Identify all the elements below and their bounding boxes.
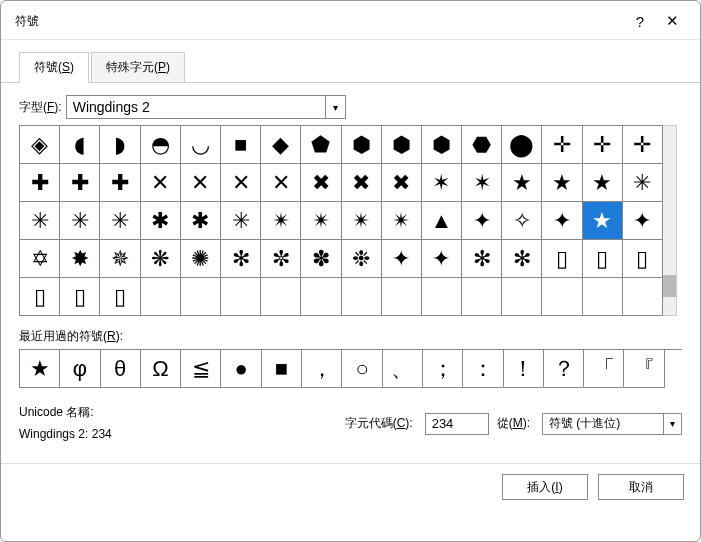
symbol-cell[interactable]: ✱ — [141, 202, 181, 240]
symbol-cell[interactable]: ▯ — [20, 278, 60, 316]
symbol-cell[interactable]: ✳ — [623, 164, 663, 202]
symbol-cell[interactable] — [342, 278, 382, 316]
recent-symbol-cell[interactable]: 「 — [584, 350, 624, 388]
symbol-cell[interactable]: ✽ — [301, 240, 341, 278]
symbol-cell[interactable]: ✳ — [100, 202, 140, 240]
recent-symbol-cell[interactable]: 、 — [383, 350, 423, 388]
chevron-down-icon[interactable]: ▾ — [325, 96, 345, 118]
symbol-cell[interactable]: ⬢ — [422, 126, 462, 164]
symbol-cell[interactable] — [623, 278, 663, 316]
recent-symbol-cell[interactable]: ， — [302, 350, 342, 388]
symbol-cell[interactable]: ✶ — [462, 164, 502, 202]
symbol-cell[interactable]: ✻ — [221, 240, 261, 278]
recent-symbol-cell[interactable]: ○ — [342, 350, 382, 388]
symbol-cell[interactable]: ✡ — [20, 240, 60, 278]
symbol-cell[interactable]: ✕ — [261, 164, 301, 202]
symbol-cell[interactable]: ▯ — [60, 278, 100, 316]
symbol-cell[interactable]: ★ — [583, 202, 623, 240]
symbol-cell[interactable]: ✛ — [623, 126, 663, 164]
recent-symbol-cell[interactable]: ！ — [504, 350, 544, 388]
symbol-cell[interactable] — [542, 278, 582, 316]
symbol-cell[interactable]: ✛ — [542, 126, 582, 164]
recent-symbol-cell[interactable]: ≦ — [181, 350, 221, 388]
symbol-cell[interactable]: ◡ — [181, 126, 221, 164]
symbol-cell[interactable]: ✴ — [301, 202, 341, 240]
symbol-cell[interactable]: ❋ — [141, 240, 181, 278]
symbol-cell[interactable]: ✕ — [181, 164, 221, 202]
symbol-cell[interactable]: ◈ — [20, 126, 60, 164]
symbol-cell[interactable]: ⬤ — [502, 126, 542, 164]
symbol-cell[interactable]: ✻ — [462, 240, 502, 278]
scroll-thumb[interactable] — [663, 275, 676, 297]
symbol-cell[interactable]: ◗ — [100, 126, 140, 164]
symbol-cell[interactable]: ✶ — [422, 164, 462, 202]
symbol-cell[interactable]: ✚ — [100, 164, 140, 202]
symbol-cell[interactable]: ★ — [542, 164, 582, 202]
symbol-cell[interactable]: ✦ — [462, 202, 502, 240]
symbol-cell[interactable]: ✕ — [141, 164, 181, 202]
symbol-cell[interactable]: ⬣ — [462, 126, 502, 164]
insert-button[interactable]: 插入(I) — [502, 474, 588, 500]
recent-symbol-cell[interactable]: 『 — [624, 350, 664, 388]
recent-symbol-cell[interactable]: Ω — [141, 350, 181, 388]
symbol-cell[interactable]: ★ — [583, 164, 623, 202]
tab-symbols[interactable]: 符號(S) — [19, 52, 89, 83]
symbol-cell[interactable]: ■ — [221, 126, 261, 164]
symbol-cell[interactable]: ✴ — [342, 202, 382, 240]
symbol-cell[interactable] — [301, 278, 341, 316]
symbol-cell[interactable]: ▯ — [542, 240, 582, 278]
recent-symbol-cell[interactable]: φ — [60, 350, 100, 388]
recent-symbol-cell[interactable]: ■ — [262, 350, 302, 388]
symbol-cell[interactable]: ✺ — [181, 240, 221, 278]
font-select[interactable]: Wingdings 2 ▾ — [66, 95, 346, 119]
symbol-cell[interactable]: ✻ — [502, 240, 542, 278]
cancel-button[interactable]: 取消 — [598, 474, 684, 500]
charcode-input[interactable] — [425, 413, 489, 435]
symbol-cell[interactable] — [422, 278, 462, 316]
symbol-cell[interactable]: ✧ — [502, 202, 542, 240]
scrollbar[interactable] — [663, 125, 677, 316]
symbol-cell[interactable]: ✖ — [342, 164, 382, 202]
symbol-cell[interactable]: ✳ — [20, 202, 60, 240]
symbol-cell[interactable] — [261, 278, 301, 316]
symbol-cell[interactable]: ◆ — [261, 126, 301, 164]
symbol-cell[interactable]: ◖ — [60, 126, 100, 164]
from-select[interactable]: 符號 (十進位) ▾ — [542, 413, 682, 435]
symbol-cell[interactable]: ✳ — [60, 202, 100, 240]
symbol-cell[interactable]: ⬟ — [301, 126, 341, 164]
symbol-cell[interactable]: ✼ — [261, 240, 301, 278]
recent-symbol-cell[interactable]: ； — [423, 350, 463, 388]
symbol-cell[interactable] — [181, 278, 221, 316]
symbol-cell[interactable] — [502, 278, 542, 316]
symbol-cell[interactable]: ✦ — [542, 202, 582, 240]
symbol-cell[interactable]: ✱ — [181, 202, 221, 240]
symbol-cell[interactable]: ✖ — [301, 164, 341, 202]
symbol-cell[interactable] — [221, 278, 261, 316]
symbol-cell[interactable]: ✴ — [261, 202, 301, 240]
symbol-cell[interactable]: ▯ — [583, 240, 623, 278]
symbol-cell[interactable]: ✖ — [382, 164, 422, 202]
symbol-cell[interactable] — [462, 278, 502, 316]
recent-symbol-cell[interactable]: ： — [463, 350, 503, 388]
symbol-cell[interactable]: ✦ — [422, 240, 462, 278]
symbol-cell[interactable] — [583, 278, 623, 316]
symbol-cell[interactable] — [382, 278, 422, 316]
symbol-cell[interactable]: ★ — [502, 164, 542, 202]
symbol-cell[interactable]: ✛ — [583, 126, 623, 164]
symbol-cell[interactable]: ✦ — [382, 240, 422, 278]
symbol-cell[interactable]: ✳ — [221, 202, 261, 240]
symbol-cell[interactable]: ▯ — [623, 240, 663, 278]
symbol-cell[interactable]: ✵ — [100, 240, 140, 278]
symbol-cell[interactable]: ❉ — [342, 240, 382, 278]
symbol-cell[interactable]: ✕ — [221, 164, 261, 202]
symbol-cell[interactable]: ✴ — [382, 202, 422, 240]
symbol-cell[interactable] — [141, 278, 181, 316]
symbol-cell[interactable]: ▯ — [100, 278, 140, 316]
symbol-cell[interactable]: ✚ — [20, 164, 60, 202]
symbol-cell[interactable]: ✚ — [60, 164, 100, 202]
symbol-cell[interactable]: ⬢ — [382, 126, 422, 164]
recent-symbol-cell[interactable]: θ — [101, 350, 141, 388]
recent-symbol-cell[interactable]: ★ — [20, 350, 60, 388]
symbol-cell[interactable]: ⬢ — [342, 126, 382, 164]
chevron-down-icon[interactable]: ▾ — [663, 414, 681, 434]
